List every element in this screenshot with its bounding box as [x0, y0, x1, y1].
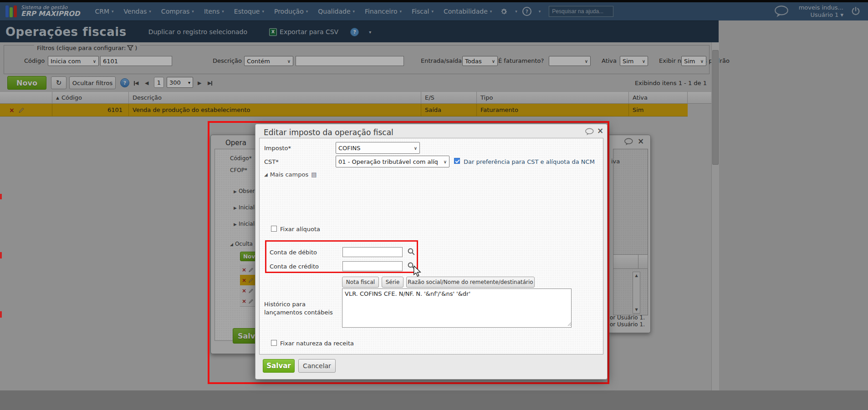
- token-nota-fiscal-button[interactable]: Nota fiscal: [342, 277, 379, 288]
- select-caret-icon: ∨: [412, 146, 417, 151]
- annotation-mark: [0, 194, 2, 199]
- mouse-cursor: [413, 266, 422, 278]
- modal-chat-button[interactable]: [585, 128, 595, 137]
- token-razao-social-button[interactable]: Razão social/Nome do remetente/destinatá…: [406, 277, 535, 288]
- expander-expanded-icon: ◢: [264, 172, 268, 177]
- fixar-aliquota-checkbox[interactable]: [271, 226, 277, 232]
- cst-label: CST*: [264, 158, 279, 165]
- historico-label: Histórico para lançamentos contábeis: [264, 300, 339, 317]
- fixar-natureza-label: Fixar natureza da receita: [280, 340, 354, 347]
- modal-title: Editar imposto da operação fiscal: [264, 128, 393, 137]
- historico-textarea[interactable]: VLR. COFINS CFE. N/NF. N. '&nf'/'&ns' '&…: [342, 289, 572, 328]
- select-caret-icon: ∨: [441, 159, 447, 164]
- grid-small-icon: ▤: [311, 171, 317, 178]
- annotation-mark: [0, 252, 2, 258]
- mais-campos-expander[interactable]: ◢ Mais campos ▤: [264, 171, 317, 178]
- imposto-select[interactable]: COFINS∨: [336, 142, 420, 154]
- pref-ncm-checkbox[interactable]: [454, 158, 460, 164]
- close-icon[interactable]: ×: [597, 127, 603, 134]
- token-serie-button[interactable]: Série: [382, 277, 403, 288]
- pref-ncm-label: Dar preferência para CST e alíquota da N…: [464, 158, 595, 165]
- salvar-button[interactable]: Salvar: [263, 359, 295, 373]
- screen: Sistema de gestão ERP MAXIPROD CRM▾ Vend…: [0, 0, 868, 410]
- fixar-natureza-checkbox[interactable]: [271, 340, 277, 346]
- chat-bubble-icon: [585, 128, 595, 136]
- annotation-rect-conta-fields: [265, 240, 418, 273]
- imposto-label: Imposto*: [264, 145, 291, 152]
- fixar-aliquota-label: Fixar alíquota: [280, 226, 320, 233]
- cst-select[interactable]: 01 - Operação tributável com alíq∨: [336, 156, 449, 167]
- resize-grip-icon[interactable]: [567, 322, 572, 326]
- cancelar-button[interactable]: Cancelar: [298, 359, 336, 373]
- annotation-mark: [0, 311, 2, 318]
